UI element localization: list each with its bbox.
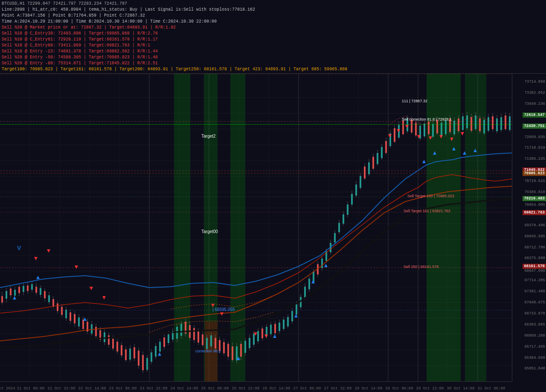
svg-rect-286 [505,115,506,129]
svg-rect-46 [427,66,461,381]
sell-line-2: Sell %10 @ C_Entry38: 72483.896 | Target… [2,31,544,37]
svg-rect-150 [215,338,216,349]
time-22oct-14: 22 Oct 14:00 [78,386,106,391]
svg-rect-230 [385,141,387,153]
sell-line-4: Sell %10 @ C_Entry88: 73411.869 | Target… [2,43,544,49]
svg-rect-216 [355,184,357,196]
svg-rect-188 [296,304,297,314]
price-66050: 66050.260 [524,334,545,338]
time-23oct-06: 23 Oct 06:00 [109,386,137,391]
price-71385: 71385.225 [524,157,545,161]
svg-rect-276 [483,120,485,133]
svg-rect-140 [193,328,195,340]
price-70985: 70985.023 [523,171,546,176]
price-73714: 73714.868 [524,80,545,84]
line2: Point A:73847.156 | Point B:71764.859 | … [2,13,544,19]
sell-line-5: Sell %10 @ Entry -23: 74091.378 | Target… [2,49,544,55]
svg-rect-112 [134,347,135,358]
svg-rect-98 [104,332,105,342]
svg-rect-224 [372,157,374,169]
svg-rect-270 [470,117,472,131]
line3: Time A:2024.10.29 21:00:00 | Time B:2024… [2,19,544,25]
svg-rect-176 [270,325,272,334]
svg-rect-74 [52,299,54,306]
svg-rect-144 [202,334,203,345]
svg-rect-50 [1,296,3,303]
svg-rect-45 [230,66,245,381]
svg-rect-164 [244,341,246,353]
svg-rect-120 [151,352,152,362]
svg-rect-248 [424,124,425,136]
svg-rect-88 [82,320,84,329]
time-23oct-22: 23 Oct 22:00 [140,386,168,391]
svg-rect-178 [274,324,276,333]
svg-rect-104 [116,342,118,352]
sell-line-7: Sell %20 @ Entry -88: 75314.871 | Target… [2,61,544,66]
price-70054: 70054.005 [524,203,545,207]
price-66715: 66715.870 [524,311,545,316]
time-25oct-06: 25 Oct 06:00 [201,386,229,391]
sell-line-1: Sell %20 @ Market price or at: 72867.32 … [2,25,544,31]
svg-rect-80 [65,310,67,318]
svg-rect-122 [155,346,157,357]
ohlc-values: 72299.047 72421.797 72283.234 72421.797 [27,1,127,6]
price-67714: 67714.285 [524,278,545,282]
svg-rect-206 [334,233,336,242]
title-label: BTCUSD,H1 [2,1,25,6]
svg-rect-222 [368,162,370,174]
price-65051: 65051.848 [524,366,545,371]
time-27oct-22: 27 Oct 22:00 [324,386,352,391]
svg-rect-194 [308,279,310,289]
price-69045: 69045.505 [524,234,545,239]
correction-882-label: correction 88.2 [195,349,221,353]
svg-rect-166 [249,338,250,348]
svg-rect-124 [159,342,161,352]
svg-rect-238 [402,121,404,134]
chart-container: BTCUSD,H1 72299.047 72421.797 72283.234 … [0,0,546,392]
price-69388: 69378.406 [524,223,545,228]
svg-rect-212 [347,205,349,215]
price-65384: 65384.650 [524,356,545,360]
svg-rect-154 [223,342,225,353]
price-68047: 68047.090 [524,269,545,273]
svg-rect-158 [232,346,233,360]
price-69821: 69821.763 [523,210,546,215]
svg-rect-82 [70,312,71,321]
line1: Line:2898 | h1_atr_c0: 458.8984 | tema_h… [2,7,544,13]
svg-rect-66 [35,287,37,293]
time-axis: .tl { position: absolute; font-size: 9px… [0,381,512,392]
svg-rect-184 [287,317,289,326]
svg-rect-106 [121,345,122,355]
svg-rect-256 [441,123,442,136]
svg-rect-78 [61,307,63,315]
price-70386: 70386.810 [524,190,545,194]
svg-rect-134 [180,324,182,336]
price-67381: 67381.480 [524,289,545,294]
svg-rect-250 [428,121,430,134]
svg-rect-274 [479,118,481,131]
time-29oct-22: 29 Oct 22:00 [416,386,444,391]
svg-rect-68 [40,288,41,295]
svg-rect-72 [48,295,50,302]
price-68712: 68712.700 [524,245,545,250]
svg-rect-114 [138,351,139,366]
main-chart-svg: V correction 88.2 correction 87.8 correc… [0,66,512,381]
time-25oct-22: 25 Oct 22:00 [232,386,260,391]
price-73382: 73382.052 [524,91,545,95]
price-67048: 67048.675 [524,300,545,305]
svg-rect-156 [227,344,229,357]
svg-rect-258 [445,121,447,134]
svg-rect-208 [338,223,340,232]
svg-rect-92 [91,324,93,334]
price-71718: 71718.019 [524,146,545,150]
price-68161: 68161.578 [523,264,546,269]
time-28oct-14: 28 Oct 14:00 [355,386,383,391]
svg-rect-264 [458,118,459,131]
info-bar: BTCUSD,H1 72299.047 72421.797 72283.234 … [0,0,546,74]
svg-rect-180 [279,323,280,331]
time-21oct-22: 21 Oct 22:00 [48,386,76,391]
svg-rect-118 [146,358,148,370]
svg-rect-102 [112,339,114,349]
svg-rect-70 [44,291,46,298]
svg-rect-54 [10,288,12,295]
